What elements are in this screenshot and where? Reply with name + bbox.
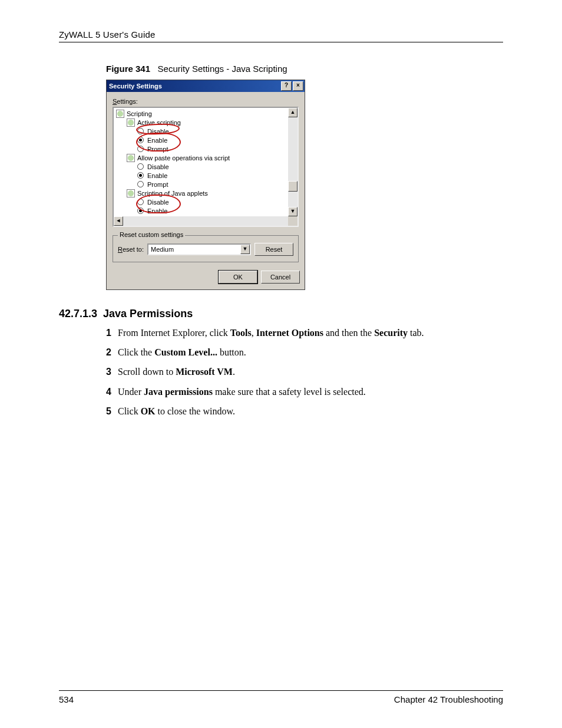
help-button[interactable]: ? [281, 81, 292, 91]
tree-group-scripting: Scripting [127, 110, 152, 117]
tree-group-active-scripting: Active scripting [137, 119, 181, 126]
gear-icon [127, 154, 135, 162]
radio-on-icon[interactable] [137, 137, 144, 143]
running-head: ZyWALL 5 User's Guide [59, 29, 503, 42]
reset-to-label: Reset to: [118, 246, 144, 253]
radio-off-icon[interactable] [137, 128, 144, 134]
dialog-title: Security Settings [109, 83, 281, 90]
security-settings-dialog: Security Settings ? × Settings: Scriptin… [106, 80, 305, 290]
steps-list: From Internet Explorer, click Tools, Int… [118, 326, 503, 418]
page-footer: 534 Chapter 42 Troubleshooting [59, 690, 503, 704]
vertical-scrollbar[interactable]: ▲ ▼ [288, 108, 297, 216]
section-heading: 42.7.1.3 Java Permissions [59, 308, 503, 320]
page-number: 534 [59, 694, 74, 704]
reset-level-select[interactable]: Medium ▼ [147, 243, 251, 255]
step-1: From Internet Explorer, click Tools, Int… [118, 326, 503, 340]
opt-enable[interactable]: Enable [147, 137, 167, 144]
scroll-up-button[interactable]: ▲ [288, 108, 297, 117]
opt-disable[interactable]: Disable [147, 128, 169, 135]
cancel-button[interactable]: Cancel [261, 271, 300, 284]
radio-off-icon[interactable] [137, 199, 144, 205]
tree-group-scripting-applets: Scripting of Java applets [137, 190, 208, 197]
settings-label: Settings: [113, 98, 299, 105]
step-2: Click the Custom Level... button. [118, 345, 503, 359]
close-button[interactable]: × [293, 81, 303, 91]
opt-prompt[interactable]: Prompt [147, 181, 168, 188]
chevron-down-icon[interactable]: ▼ [240, 245, 250, 254]
scroll-track[interactable] [123, 216, 288, 226]
opt-enable[interactable]: Enable [147, 172, 167, 179]
reset-button[interactable]: Reset [254, 243, 293, 256]
radio-off-icon[interactable] [137, 163, 144, 170]
section-title: Java Permissions [103, 308, 193, 319]
combo-value: Medium [151, 246, 174, 253]
scroll-left-button[interactable]: ◄ [114, 216, 123, 226]
radio-on-icon[interactable] [137, 172, 144, 179]
scroll-track[interactable] [288, 117, 297, 207]
gear-icon [127, 189, 135, 197]
gear-icon [116, 110, 124, 118]
opt-disable[interactable]: Disable [147, 163, 169, 170]
step-5: Click OK to close the window. [118, 404, 503, 418]
radio-off-icon[interactable] [137, 146, 144, 152]
opt-prompt[interactable]: Prompt [147, 146, 168, 153]
radio-on-icon[interactable] [137, 207, 144, 214]
figure-caption: Figure 341 Security Settings - Java Scri… [106, 64, 503, 74]
figure-number: Figure 341 [106, 64, 150, 74]
chapter-label: Chapter 42 Troubleshooting [394, 694, 503, 704]
settings-tree[interactable]: Scripting Active scripting Disable Enabl… [113, 107, 299, 227]
opt-disable[interactable]: Disable [147, 199, 169, 206]
scroll-thumb[interactable] [288, 181, 297, 192]
ok-button[interactable]: OK [219, 271, 257, 284]
section-number: 42.7.1.3 [59, 308, 97, 319]
horizontal-scrollbar[interactable]: ◄ ► [114, 216, 297, 226]
figure-title: Security Settings - Java Scripting [158, 64, 287, 74]
gear-icon [127, 118, 135, 127]
step-4: Under Java permissions make sure that a … [118, 385, 503, 398]
radio-off-icon[interactable] [137, 181, 144, 187]
titlebar: Security Settings ? × [107, 80, 305, 92]
scroll-down-button[interactable]: ▼ [288, 207, 297, 216]
reset-groupbox: Reset custom settings Reset to: Medium ▼… [113, 235, 299, 262]
tree-content: Scripting Active scripting Disable Enabl… [114, 108, 288, 216]
groupbox-legend: Reset custom settings [118, 231, 185, 238]
header-rule [59, 42, 503, 42]
tree-group-allow-paste: Allow paste operations via script [137, 154, 230, 162]
scroll-corner [288, 216, 297, 226]
step-3: Scroll down to Microsoft VM. [118, 365, 503, 378]
opt-enable[interactable]: Enable [147, 207, 167, 215]
